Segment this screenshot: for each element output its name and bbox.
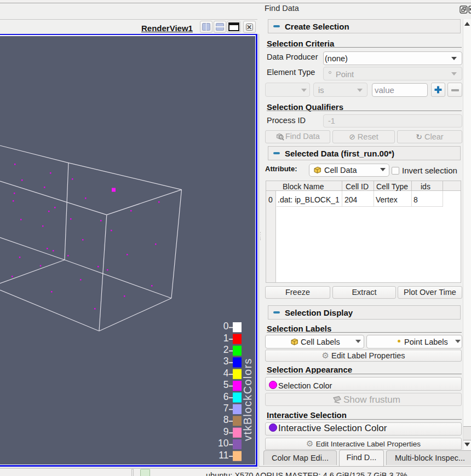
svg-text:vtkBlockColors: vtkBlockColors: [242, 358, 254, 441]
svg-text:2: 2: [223, 344, 229, 355]
svg-text:1: 1: [223, 333, 229, 344]
svg-text:9: 9: [223, 426, 229, 437]
svg-text:6: 6: [223, 391, 229, 402]
svg-text:5: 5: [223, 379, 229, 390]
svg-text:8: 8: [223, 414, 229, 425]
svg-text:4: 4: [223, 368, 229, 379]
svg-text:7: 7: [223, 403, 229, 414]
svg-text:11: 11: [219, 450, 228, 461]
svg-text:0: 0: [223, 321, 229, 332]
svg-text:3: 3: [223, 356, 229, 367]
svg-text:10: 10: [218, 438, 229, 449]
